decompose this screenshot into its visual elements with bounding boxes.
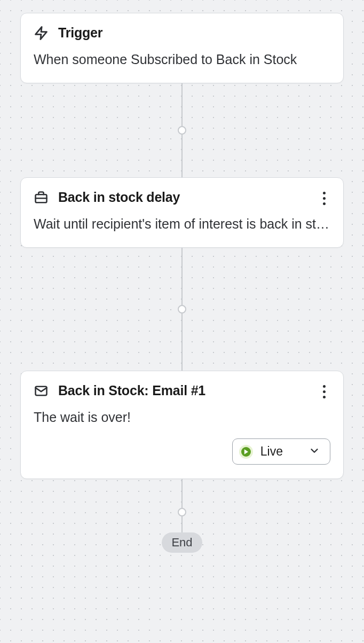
email-description: The wait is over! [34,408,330,427]
end-label: End [171,536,192,549]
card-header: Back in Stock: Email #1 [34,383,330,398]
status-label: Live [260,444,283,459]
connector [181,83,183,177]
email-card[interactable]: Back in Stock: Email #1 The wait is over… [20,371,344,479]
delay-card[interactable]: Back in stock delay Wait until recipient… [20,177,344,248]
lightning-icon [34,26,49,41]
briefcase-icon [34,190,49,205]
card-header: Back in stock delay [34,190,330,205]
connector [181,248,183,371]
trigger-card[interactable]: Trigger When someone Subscribed to Back … [20,13,344,83]
more-options-button[interactable] [315,383,333,400]
mail-icon [34,383,49,398]
status-row: Live [34,438,330,465]
delay-title: Back in stock delay [58,190,180,205]
connector-node[interactable] [178,305,186,313]
connector-node[interactable] [178,126,186,135]
kebab-icon [323,192,326,205]
delay-description: Wait until recipient's item of interest … [34,215,330,233]
email-title: Back in Stock: Email #1 [58,383,205,398]
chevron-down-icon [308,445,320,459]
card-header: Trigger [34,25,330,41]
svg-marker-0 [36,27,47,39]
more-options-button[interactable] [315,190,333,207]
kebab-icon [323,385,326,398]
svg-marker-4 [244,449,248,454]
trigger-title: Trigger [58,25,102,41]
connector [181,479,183,532]
end-node: End [162,532,202,553]
connector-node[interactable] [178,508,186,516]
trigger-description: When someone Subscribed to Back in Stock [34,50,330,69]
status-dropdown[interactable]: Live [232,438,330,465]
flow-canvas: Trigger When someone Subscribed to Back … [0,0,364,643]
play-icon [239,445,253,459]
